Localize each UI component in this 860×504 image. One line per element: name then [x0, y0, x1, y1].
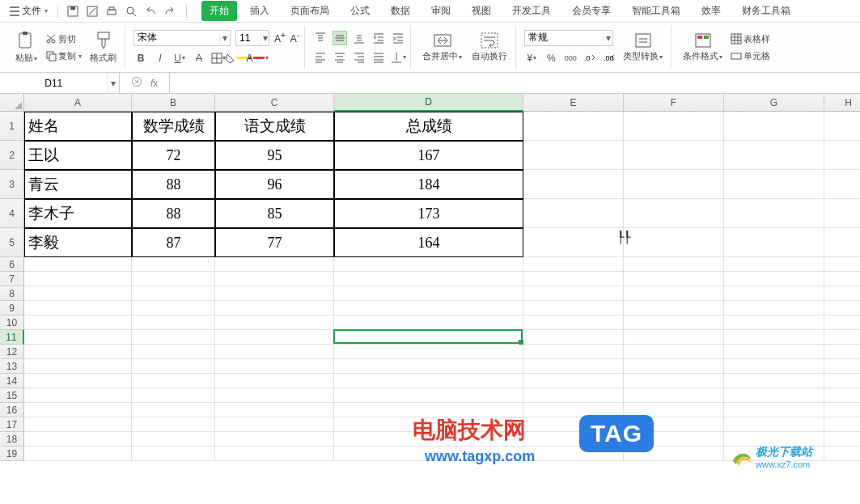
- cell[interactable]: [215, 345, 334, 359]
- cell[interactable]: [215, 447, 334, 461]
- row-header-17[interactable]: 17: [0, 417, 24, 432]
- cell[interactable]: [624, 272, 724, 286]
- data-cell[interactable]: 95: [215, 141, 334, 170]
- row-header-1[interactable]: 1: [0, 112, 24, 141]
- comma-button[interactable]: 000: [563, 51, 578, 66]
- cell[interactable]: [24, 447, 132, 461]
- col-header-D[interactable]: D: [334, 94, 523, 112]
- print-icon[interactable]: [105, 5, 118, 18]
- copy-button[interactable]: 复制▾: [44, 49, 83, 63]
- justify-button[interactable]: [371, 50, 386, 65]
- col-header-C[interactable]: C: [215, 94, 334, 112]
- data-cell[interactable]: 96: [215, 170, 334, 199]
- tab-finance-tools[interactable]: 财务工具箱: [734, 1, 799, 21]
- cell[interactable]: [523, 272, 624, 286]
- cell[interactable]: [824, 199, 860, 228]
- data-cell[interactable]: 77: [215, 228, 334, 257]
- format-painter-button[interactable]: 格式刷: [87, 29, 120, 66]
- chevron-down-icon[interactable]: ▾: [261, 32, 269, 44]
- cell[interactable]: [624, 301, 724, 316]
- cell[interactable]: [132, 257, 215, 272]
- data-cell[interactable]: 164: [334, 228, 523, 257]
- cell[interactable]: [724, 257, 824, 272]
- cell[interactable]: [24, 301, 132, 316]
- type-convert-button[interactable]: 类型转换▾: [620, 31, 666, 64]
- data-cell[interactable]: 173: [334, 199, 523, 228]
- font-name-input[interactable]: [134, 32, 219, 44]
- col-header-B[interactable]: B: [132, 94, 215, 112]
- row-header-8[interactable]: 8: [0, 286, 24, 301]
- data-cell[interactable]: 李毅: [24, 228, 132, 257]
- cell[interactable]: [624, 316, 724, 330]
- data-cell[interactable]: 王以: [24, 141, 132, 170]
- cell[interactable]: [724, 228, 824, 257]
- data-cell[interactable]: 语文成绩: [215, 112, 334, 141]
- cell[interactable]: [724, 330, 824, 345]
- cell[interactable]: [334, 330, 523, 345]
- number-format-combo[interactable]: ▾: [524, 30, 613, 46]
- cell[interactable]: [24, 345, 132, 359]
- chevron-down-icon[interactable]: ▾: [219, 32, 230, 44]
- cond-format-button[interactable]: 条件格式▾: [680, 31, 726, 64]
- cell[interactable]: [24, 432, 132, 447]
- cell[interactable]: [724, 199, 824, 228]
- cell[interactable]: [132, 301, 215, 316]
- cell[interactable]: [523, 141, 624, 170]
- row-header-3[interactable]: 3: [0, 170, 24, 199]
- cell[interactable]: [132, 345, 215, 359]
- number-format-input[interactable]: [525, 32, 603, 44]
- tab-developer[interactable]: 开发工具: [504, 1, 559, 21]
- cell[interactable]: [824, 170, 860, 199]
- decrease-decimal-button[interactable]: .00: [602, 51, 616, 66]
- cell[interactable]: [215, 286, 334, 301]
- cell[interactable]: [624, 374, 724, 388]
- data-cell[interactable]: 88: [132, 170, 215, 199]
- cell[interactable]: [215, 330, 334, 345]
- cell[interactable]: [215, 388, 334, 403]
- tab-data[interactable]: 数据: [383, 1, 418, 21]
- cell[interactable]: [132, 388, 215, 403]
- cell[interactable]: [724, 301, 824, 316]
- cell[interactable]: [624, 286, 724, 301]
- cell[interactable]: [624, 141, 724, 170]
- tab-insert[interactable]: 插入: [242, 1, 277, 21]
- col-header-H[interactable]: H: [824, 94, 860, 112]
- cell[interactable]: [824, 432, 860, 447]
- cell[interactable]: [724, 403, 824, 417]
- row-header-14[interactable]: 14: [0, 374, 24, 388]
- cell[interactable]: [215, 432, 334, 447]
- row-header-12[interactable]: 12: [0, 345, 24, 359]
- cell[interactable]: [334, 272, 523, 286]
- save-as-icon[interactable]: [86, 5, 99, 18]
- tab-page-layout[interactable]: 页面布局: [282, 1, 337, 21]
- save-icon[interactable]: [66, 5, 79, 18]
- tab-member[interactable]: 会员专享: [564, 1, 619, 21]
- align-top-button[interactable]: [313, 31, 328, 45]
- cell[interactable]: [215, 257, 334, 272]
- data-cell[interactable]: 184: [334, 170, 523, 199]
- tab-efficiency[interactable]: 效率: [693, 1, 729, 21]
- cell[interactable]: [824, 286, 860, 301]
- cell[interactable]: [334, 374, 523, 388]
- cell[interactable]: [215, 417, 334, 432]
- data-cell[interactable]: 167: [334, 141, 523, 170]
- cell[interactable]: [724, 388, 824, 403]
- cell[interactable]: [824, 374, 860, 388]
- undo-icon[interactable]: [144, 5, 157, 18]
- font-color-button[interactable]: A▾: [250, 51, 265, 66]
- data-cell[interactable]: 青云: [24, 170, 132, 199]
- row-header-11[interactable]: 11: [0, 330, 24, 345]
- chevron-down-icon[interactable]: ▾: [603, 32, 612, 44]
- cell[interactable]: [132, 432, 215, 447]
- cell[interactable]: [132, 417, 215, 432]
- name-box[interactable]: ▾: [0, 73, 120, 93]
- cell[interactable]: [334, 316, 523, 330]
- cell[interactable]: [824, 301, 860, 316]
- cell[interactable]: [824, 257, 860, 272]
- cell[interactable]: [215, 359, 334, 374]
- row-header-10[interactable]: 10: [0, 316, 24, 330]
- cell[interactable]: [334, 257, 523, 272]
- cell[interactable]: [132, 374, 215, 388]
- cell[interactable]: [523, 286, 624, 301]
- name-box-input[interactable]: [0, 73, 107, 93]
